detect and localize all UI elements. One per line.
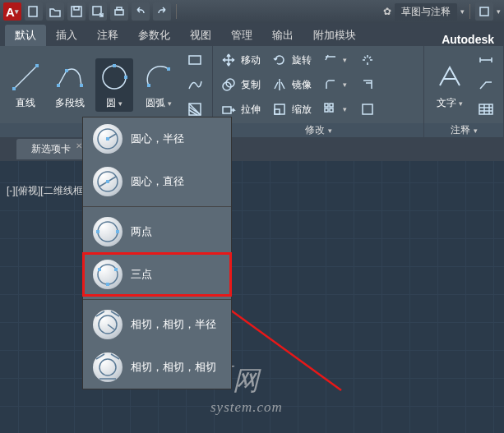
erase-icon[interactable] [357, 99, 378, 120]
svg-rect-1 [72, 7, 81, 16]
arc-button[interactable]: 圆弧 ▾ [140, 60, 178, 110]
svg-rect-33 [106, 137, 109, 140]
save-arrow-icon[interactable] [89, 2, 107, 21]
scale-button[interactable]: 缩放 [270, 99, 312, 120]
drawing-canvas[interactable]: [-][俯视][二维线框 GXI网 system.com [0, 161, 504, 433]
redo-icon[interactable] [153, 2, 171, 21]
svg-rect-39 [116, 230, 119, 233]
svg-rect-25 [325, 104, 328, 107]
svg-rect-38 [96, 230, 99, 233]
tab-insert[interactable]: 插入 [46, 25, 87, 46]
menu-ttr[interactable]: 相切，相切，半径 [83, 303, 231, 346]
offset-icon[interactable] [357, 74, 378, 95]
doc-tab[interactable]: 新选项卡 ✕ [16, 139, 86, 159]
tab-view[interactable]: 视图 [180, 25, 221, 46]
circle-ttt-icon [93, 352, 123, 382]
svg-rect-36 [106, 180, 109, 183]
rotate-icon [270, 51, 289, 69]
scale-icon [270, 100, 289, 118]
gear-icon: ✿ [383, 6, 391, 17]
svg-line-47 [108, 325, 114, 329]
explode-icon[interactable] [357, 49, 378, 71]
panel-title-annotate[interactable]: 注释 ▾ [424, 123, 503, 137]
svg-point-40 [98, 265, 118, 284]
menu-three-point[interactable]: 三点 [83, 253, 231, 296]
titlebar: A▾ ✿ 草图与注释 ▾ ▾ [0, 0, 504, 23]
doc-tab-label: 新选项卡 [31, 143, 71, 154]
svg-rect-9 [35, 64, 39, 67]
rotate-button[interactable]: 旋转 [270, 49, 312, 71]
dim-linear-icon[interactable] [475, 49, 497, 71]
svg-rect-16 [147, 84, 150, 87]
chevron-down-icon[interactable]: ▾ [497, 7, 501, 16]
table-icon[interactable] [475, 99, 497, 120]
svg-rect-22 [223, 107, 231, 113]
view-controls-label[interactable]: [-][俯视][二维线框 [7, 184, 83, 198]
circle-icon [97, 60, 132, 94]
tab-annotate[interactable]: 注释 [87, 25, 128, 46]
leader-icon[interactable] [475, 74, 497, 95]
menu-two-point[interactable]: 两点 [83, 210, 231, 253]
app-icon[interactable]: A▾ [3, 2, 21, 21]
undo-icon[interactable] [132, 2, 150, 21]
circle-2p-icon [93, 217, 123, 246]
mirror-icon [270, 76, 289, 94]
line-label: 直线 [16, 96, 35, 110]
svg-rect-4 [115, 10, 123, 15]
svg-rect-30 [479, 104, 492, 114]
chevron-down-icon[interactable]: ▾ [460, 7, 465, 16]
copy-button[interactable]: 复制 [220, 74, 261, 95]
svg-line-7 [14, 66, 37, 89]
new-icon[interactable] [25, 2, 43, 21]
workspace-switcher[interactable]: ✿ 草图与注释 ▾ ▾ [383, 2, 501, 21]
mirror-button[interactable]: 镜像 [270, 74, 312, 95]
tab-addins[interactable]: 附加模块 [303, 25, 366, 46]
line-button[interactable]: 直线 [7, 60, 44, 110]
text-label: 文字 [437, 97, 456, 108]
svg-line-50 [111, 354, 119, 359]
rectangle-icon[interactable] [184, 49, 206, 71]
chevron-down-icon: ▾ [118, 99, 123, 108]
panel-title-modify[interactable]: 修改 ▾ [213, 123, 423, 137]
fillet-button[interactable]: ▾ [321, 74, 347, 95]
print-icon[interactable] [110, 2, 128, 21]
array-button[interactable]: ▾ [321, 99, 347, 120]
menu-center-radius[interactable]: 圆心，半径 [83, 117, 231, 160]
share-icon[interactable] [475, 2, 493, 21]
svg-rect-5 [117, 7, 122, 10]
menu-label: 圆心，半径 [131, 131, 184, 146]
workspace-label: 草图与注释 [401, 5, 451, 19]
circle-3p-icon [93, 260, 123, 289]
tab-manage[interactable]: 管理 [221, 25, 262, 46]
circle-label: 圆 [106, 97, 116, 108]
svg-rect-11 [65, 69, 68, 72]
menu-center-diameter[interactable]: 圆心，直径 [83, 160, 231, 203]
tab-output[interactable]: 输出 [262, 25, 303, 46]
close-icon[interactable]: ✕ [76, 141, 82, 150]
svg-line-46 [111, 311, 119, 316]
open-icon[interactable] [46, 2, 64, 21]
document-tabs: 新选项卡 ✕ ＋ [0, 136, 504, 161]
move-label: 移动 [241, 53, 261, 67]
svg-rect-23 [275, 109, 280, 114]
polyline-button[interactable]: 多段线 [51, 60, 89, 110]
svg-rect-2 [74, 7, 79, 10]
svg-rect-10 [57, 84, 60, 87]
tab-parametric[interactable]: 参数化 [128, 25, 180, 46]
ribbon-tabs: 默认 插入 注释 参数化 视图 管理 输出 附加模块 Autodesk [0, 23, 504, 46]
circle-button[interactable]: 圆 ▾ [95, 58, 133, 112]
svg-point-37 [98, 222, 118, 242]
save-icon[interactable] [67, 2, 86, 21]
tab-default[interactable]: 默认 [5, 25, 46, 46]
svg-line-49 [96, 354, 104, 359]
menu-ttt[interactable]: 相切，相切，相切 [83, 346, 231, 389]
svg-point-13 [103, 66, 126, 89]
svg-rect-43 [106, 283, 109, 286]
spline-icon[interactable] [184, 74, 206, 95]
svg-rect-0 [29, 7, 37, 16]
move-button[interactable]: 移动 [220, 49, 261, 71]
rotate-label: 旋转 [292, 53, 312, 67]
text-button[interactable]: 文字 ▾ [431, 60, 469, 110]
trim-button[interactable]: ▾ [321, 49, 347, 71]
circle-center-radius-icon [93, 124, 123, 154]
